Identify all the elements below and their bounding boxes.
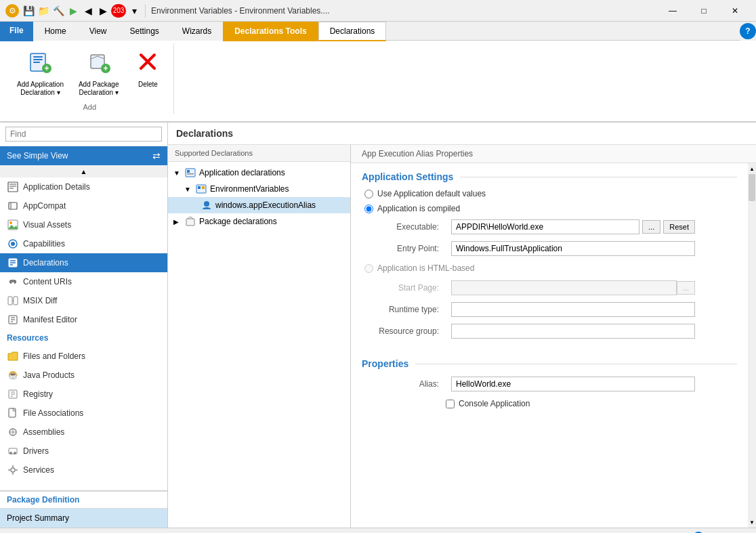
entry-point-input[interactable] bbox=[451, 241, 695, 256]
radio-html-based[interactable] bbox=[364, 264, 373, 273]
msix-diff-icon bbox=[7, 295, 19, 307]
radio-app-compiled-row: Application is compiled bbox=[351, 201, 748, 216]
main-layout: See Simple View ⇄ ▲ Application Details … bbox=[0, 123, 756, 528]
scroll-down-btn[interactable]: ▼ bbox=[748, 517, 756, 528]
add-package-declaration-button[interactable]: + Add PackageDeclaration ▾ bbox=[72, 46, 125, 100]
alias-input[interactable] bbox=[451, 377, 695, 391]
sidebar-item-file-associations[interactable]: File Associations bbox=[0, 404, 167, 423]
close-button[interactable]: ✕ bbox=[719, 0, 751, 22]
tree-header: Supported Declarations bbox=[168, 145, 350, 162]
alias-row: Alias: bbox=[351, 373, 748, 395]
delete-label: Delete bbox=[138, 81, 158, 89]
resource-group-label: Resource group: bbox=[364, 326, 439, 336]
sidebar-item-content-uris[interactable]: Content URIs bbox=[0, 272, 167, 291]
simple-view-button[interactable]: See Simple View ⇄ bbox=[0, 146, 167, 165]
sidebar-item-assemblies[interactable]: Assemblies bbox=[0, 423, 167, 442]
executable-browse-button[interactable]: ... bbox=[642, 220, 660, 234]
help-button[interactable]: ? bbox=[740, 23, 756, 39]
resource-group-input[interactable] bbox=[451, 324, 695, 339]
properties-scroll: Application Settings Use Application def… bbox=[351, 163, 756, 528]
tree-panel: Supported Declarations ▼ Application dec… bbox=[168, 145, 351, 528]
section-divider bbox=[460, 177, 737, 177]
drivers-icon bbox=[7, 445, 19, 457]
sidebar-item-manifest-editor[interactable]: Manifest Editor bbox=[0, 310, 167, 329]
sidebar-item-appcompat[interactable]: AppCompat bbox=[0, 196, 167, 215]
radio-app-compiled[interactable] bbox=[364, 205, 373, 213]
add-package-declaration-label: Add PackageDeclaration ▾ bbox=[79, 81, 119, 97]
sidebar-item-services[interactable]: Services bbox=[0, 461, 167, 479]
add-app-declaration-label: Add ApplicationDeclaration ▾ bbox=[17, 81, 64, 97]
tab-settings[interactable]: Settings bbox=[118, 22, 170, 41]
console-app-checkbox[interactable] bbox=[446, 400, 455, 408]
sidebar-item-registry[interactable]: Registry bbox=[0, 385, 167, 404]
back-icon[interactable]: ◀ bbox=[81, 4, 95, 18]
start-page-input-row: ... bbox=[451, 280, 695, 295]
search-input[interactable] bbox=[5, 127, 162, 142]
content-uris-label: Content URIs bbox=[23, 277, 72, 286]
capabilities-icon bbox=[7, 238, 19, 250]
drivers-label: Drivers bbox=[23, 446, 49, 456]
maximize-button[interactable]: □ bbox=[688, 0, 719, 22]
add-app-declaration-button[interactable]: + Add ApplicationDeclaration ▾ bbox=[11, 46, 70, 100]
ribbon-tabs: File Home View Settings Wizards Declarat… bbox=[0, 22, 756, 41]
tab-file[interactable]: File bbox=[0, 22, 33, 41]
tab-declarations-tools[interactable]: Declarations Tools bbox=[223, 22, 318, 41]
scroll-up-arrow[interactable]: ▲ bbox=[0, 165, 167, 177]
tree-item-env-vars[interactable]: ▼ EnvironmentVariables bbox=[168, 181, 350, 197]
run-icon[interactable]: ▶ bbox=[66, 4, 80, 18]
dropdown-icon[interactable]: ▾ bbox=[127, 4, 141, 18]
forward-icon[interactable]: ▶ bbox=[96, 4, 110, 18]
sidebar-item-files-folders[interactable]: Files and Folders bbox=[0, 347, 167, 366]
folder-icon[interactable]: 📁 bbox=[37, 4, 50, 18]
tab-view[interactable]: View bbox=[78, 22, 119, 41]
scroll-up-btn[interactable]: ▲ bbox=[748, 163, 756, 174]
ribbon-content: + Add ApplicationDeclaration ▾ + bbox=[0, 41, 756, 122]
executable-reset-button[interactable]: Reset bbox=[663, 220, 695, 234]
save-icon[interactable]: 💾 bbox=[22, 4, 35, 18]
delete-button[interactable]: Delete bbox=[127, 46, 168, 100]
svg-text:+: + bbox=[103, 64, 108, 73]
console-app-row: Console Application bbox=[351, 395, 748, 412]
tree-item-app-decl[interactable]: ▼ Application declarations bbox=[168, 165, 350, 181]
add-pkg-icon: + bbox=[87, 49, 111, 79]
radio-use-default[interactable] bbox=[364, 190, 373, 198]
sidebar-item-drivers[interactable]: Drivers bbox=[0, 442, 167, 461]
sidebar-item-msix-diff[interactable]: MSIX Diff bbox=[0, 291, 167, 310]
sidebar-item-visual-assets[interactable]: Visual Assets bbox=[0, 215, 167, 234]
sidebar-item-project-summary[interactable]: Project Summary bbox=[0, 509, 167, 528]
entry-point-label: Entry Point: bbox=[364, 244, 439, 253]
scroll-track bbox=[748, 174, 756, 517]
svg-rect-29 bbox=[14, 297, 18, 305]
sidebar-item-capabilities[interactable]: Capabilities bbox=[0, 234, 167, 253]
executable-row: Executable: ... Reset bbox=[351, 216, 748, 238]
sidebar-item-declarations[interactable]: Declarations bbox=[0, 253, 167, 272]
separator bbox=[145, 4, 146, 18]
right-scrollbar[interactable]: ▲ ▼ bbox=[748, 163, 756, 528]
runtime-type-input[interactable] bbox=[451, 302, 695, 317]
properties-section: Properties bbox=[351, 353, 748, 373]
tree-item-app-exec-alias[interactable]: windows.appExecutionAlias bbox=[168, 197, 350, 213]
tab-home[interactable]: Home bbox=[33, 22, 78, 41]
ribbon-buttons: + Add ApplicationDeclaration ▾ + bbox=[11, 46, 168, 100]
minimize-button[interactable]: — bbox=[657, 0, 688, 22]
executable-input[interactable] bbox=[451, 219, 639, 234]
sidebar-item-application-details[interactable]: Application Details bbox=[0, 177, 167, 196]
java-products-label: Java Products bbox=[23, 370, 75, 380]
visual-assets-label: Visual Assets bbox=[23, 220, 71, 230]
svg-rect-52 bbox=[187, 173, 194, 175]
spacer1 bbox=[351, 342, 748, 353]
application-details-icon bbox=[7, 181, 19, 193]
tab-wizards[interactable]: Wizards bbox=[171, 22, 223, 41]
sidebar-item-java-products[interactable]: ☕ Java Products bbox=[0, 366, 167, 385]
toolbar-icons: 💾 📁 🔨 ▶ ◀ ▶ 203 ▾ bbox=[22, 4, 148, 18]
app-decl-label: Application declarations bbox=[199, 168, 285, 177]
radio-app-compiled-label: Application is compiled bbox=[377, 204, 460, 213]
assemblies-icon bbox=[7, 426, 19, 438]
scroll-thumb[interactable] bbox=[749, 174, 755, 201]
tree-item-pkg-decl[interactable]: ▶ Package declarations bbox=[168, 213, 350, 230]
build-icon[interactable]: 🔨 bbox=[51, 4, 65, 18]
svg-rect-4 bbox=[33, 59, 43, 60]
svg-rect-5 bbox=[33, 62, 40, 63]
services-label: Services bbox=[23, 465, 54, 475]
tab-declarations[interactable]: Declarations bbox=[318, 22, 387, 41]
